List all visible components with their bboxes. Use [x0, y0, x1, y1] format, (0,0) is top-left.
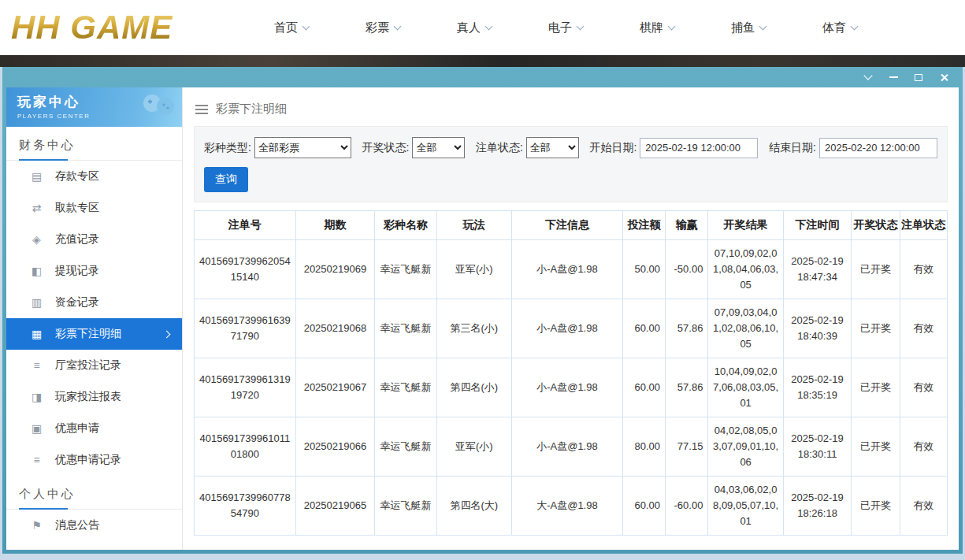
nav-item-slots[interactable]: 电子 — [548, 13, 583, 43]
minimize-button[interactable] — [884, 69, 903, 85]
lottery-type-label: 彩种类型: — [204, 141, 251, 155]
close-button[interactable] — [934, 69, 953, 85]
nav-item-label: 真人 — [457, 20, 481, 35]
funds-record-icon: ▥ — [30, 296, 43, 309]
nav-item-home[interactable]: 首页 — [274, 13, 309, 43]
start-date-input[interactable] — [640, 138, 758, 158]
lottery-type-select[interactable]: 全部彩票 — [254, 137, 351, 158]
nav-item-label: 彩票 — [366, 20, 389, 35]
table-cell: 401569173996163971790 — [195, 299, 296, 358]
lottery-bet-detail-icon: ▦ — [30, 328, 43, 340]
maximize-button[interactable] — [909, 69, 928, 85]
sidebar-item-lottery-bet-detail[interactable]: ▦ 彩票下注明细 — [6, 318, 182, 350]
table-cell: 幸运飞艇新 — [375, 358, 436, 417]
chevron-right-icon — [163, 330, 171, 338]
sidebar-item-deposit[interactable]: ▤ 存款专区 — [6, 161, 182, 192]
sidebar-section-finance: 财务中心 — [6, 127, 182, 161]
table-cell: 401569173996131919720 — [195, 358, 296, 417]
table-cell: 60.00 — [622, 358, 665, 417]
chevron-down-icon — [394, 22, 402, 30]
sidebar-section-personal: 个人中心 — [6, 476, 182, 510]
nav-item-lottery[interactable]: 彩票 — [366, 13, 400, 43]
nav-item-label: 捕鱼 — [731, 20, 755, 35]
table-row: 401569173996205415140 20250219069 幸运飞艇新 … — [195, 240, 948, 299]
table-cell: 小-A盘@1.98 — [512, 299, 623, 358]
sidebar-item-label: 厅室投注记录 — [55, 358, 121, 373]
withdraw-icon: ⇄ — [30, 202, 43, 214]
site-main-nav: 首页 彩票 真人 电子 棋牌 捕鱼 体育 — [274, 13, 914, 43]
sidebar-item-announcements[interactable]: ⚑ 消息公告 — [6, 510, 182, 541]
table-cell: 60.00 — [622, 477, 665, 536]
sidebar-item-label: 彩票下注明细 — [55, 327, 121, 341]
sidebar-item-player-bet-report[interactable]: ◨ 玩家投注报表 — [6, 381, 182, 413]
bet-detail-table: 注单号 期数 彩种名称 玩法 下注信息 投注额 输赢 开奖结果 下注时间 开奖状… — [194, 210, 948, 536]
table-header-cell: 注单号 — [195, 211, 296, 240]
table-cell: 07,10,09,02,01,08,04,06,03,05 — [708, 240, 783, 299]
table-cell: 小-A盘@1.98 — [512, 417, 623, 477]
table-cell: 80.00 — [622, 417, 665, 477]
sidebar-header: 玩家中心 PLAYERS CENTER — [6, 87, 182, 127]
table-cell: 幸运飞艇新 — [375, 299, 436, 358]
order-status-select[interactable]: 全部 — [526, 137, 579, 158]
end-date-label: 结束日期: — [769, 141, 816, 155]
sidebar-item-promo-apply-record[interactable]: ≡ 优惠申请记录 — [6, 444, 182, 476]
sidebar-item-withdrawal-record[interactable]: ◧ 提现记录 — [6, 255, 182, 287]
table-cell: 2025-02-19 18:40:39 — [783, 299, 851, 358]
table-header-cell: 期数 — [295, 211, 375, 240]
promo-apply-icon: ▣ — [30, 422, 43, 435]
table-cell: 已开奖 — [852, 477, 900, 536]
sidebar-item-hall-bet-record[interactable]: ≡ 厅室投注记录 — [6, 350, 182, 381]
sidebar-item-label: 取款专区 — [55, 201, 99, 215]
promo-apply-record-icon: ≡ — [30, 454, 43, 466]
site-logo: HH GAME — [0, 9, 236, 46]
table-cell: 有效 — [900, 299, 947, 358]
table-cell: 2025-02-19 18:30:11 — [783, 417, 851, 477]
minimize-icon — [889, 76, 898, 78]
sidebar-item-withdraw[interactable]: ⇄ 取款专区 — [6, 192, 182, 224]
table-cell: -50.00 — [666, 240, 708, 299]
table-cell: 小-A盘@1.98 — [512, 358, 623, 417]
filter-panel: 彩种类型: 全部彩票 开奖状态: 全部 注单状态: 全部 开始日期: — [194, 126, 948, 202]
nav-item-live[interactable]: 真人 — [457, 13, 492, 43]
page-header: 彩票下注明细 — [194, 94, 948, 126]
player-center-window: 玩家中心 PLAYERS CENTER 财务中心 ▤ 存款专区 ⇄ 取款专区 — [2, 67, 963, 554]
table-header-cell: 下注信息 — [512, 211, 623, 240]
table-cell: 20250219067 — [295, 358, 375, 417]
table-cell: 57.86 — [666, 358, 708, 417]
site-topbar: HH GAME 首页 彩票 真人 电子 棋牌 捕鱼 体育 — [0, 0, 965, 55]
hall-bet-record-icon: ≡ — [30, 359, 43, 372]
sidebar-item-funds-record[interactable]: ▥ 资金记录 — [6, 287, 182, 318]
collapse-button[interactable] — [859, 69, 878, 85]
table-cell: -60.00 — [666, 477, 708, 536]
table-cell: 20250219068 — [295, 299, 375, 358]
table-cell: 2025-02-19 18:26:18 — [783, 477, 851, 536]
sidebar-item-recharge-record[interactable]: ◈ 充值记录 — [6, 224, 182, 255]
background-page-bottom-strip — [0, 554, 965, 560]
table-row: 401569173996077854790 20250219065 幸运飞艇新 … — [195, 477, 948, 536]
table-cell: 04,02,08,05,03,07,09,01,10,06 — [708, 417, 783, 477]
chevron-down-icon — [668, 22, 676, 30]
chevron-down-icon — [851, 22, 859, 30]
table-header-cell: 玩法 — [436, 211, 511, 240]
nav-item-cards[interactable]: 棋牌 — [640, 13, 674, 43]
deposit-icon: ▤ — [30, 170, 43, 183]
site-logo-text: HH GAME — [11, 9, 173, 46]
chevron-down-icon — [577, 22, 585, 30]
table-cell: 有效 — [900, 358, 947, 417]
table-cell: 10,04,09,02,07,06,08,03,05,01 — [708, 358, 783, 417]
nav-item-fishing[interactable]: 捕鱼 — [731, 13, 766, 43]
chevron-down-icon — [485, 22, 493, 30]
draw-status-select[interactable]: 全部 — [412, 137, 465, 158]
menu-icon[interactable] — [195, 105, 208, 114]
table-cell: 有效 — [900, 417, 947, 477]
end-date-input[interactable] — [819, 138, 937, 158]
table-cell: 小-A盘@1.98 — [512, 240, 623, 299]
nav-item-sports[interactable]: 体育 — [822, 13, 857, 43]
query-button[interactable]: 查询 — [204, 167, 248, 192]
table-cell: 大-A盘@1.98 — [512, 477, 623, 536]
sidebar-item-label: 存款专区 — [55, 169, 99, 184]
maximize-icon — [915, 74, 922, 81]
table-header-cell: 输赢 — [666, 211, 708, 240]
nav-item-label: 体育 — [822, 20, 846, 35]
sidebar-item-promo-apply[interactable]: ▣ 优惠申请 — [6, 413, 182, 444]
